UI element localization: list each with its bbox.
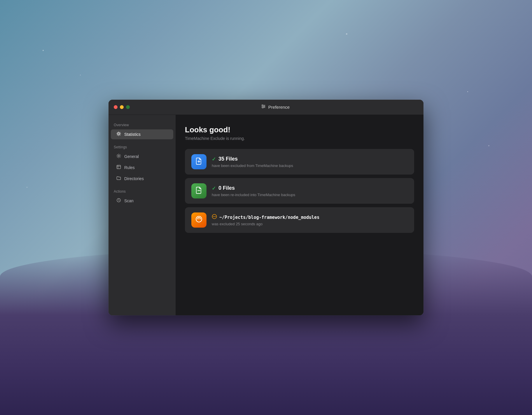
scan-icon bbox=[116, 198, 121, 204]
scan-label: Scan bbox=[124, 198, 134, 203]
titlebar: Preference bbox=[108, 100, 424, 115]
card-title-reincluded: 0 Files bbox=[218, 185, 235, 191]
svg-point-3 bbox=[262, 105, 263, 106]
card-reincluded-files: ✓ 0 Files have been re-included into Tim… bbox=[185, 178, 414, 204]
card-subtitle-recent: was excluded 25 seconds ago bbox=[212, 222, 408, 226]
titlebar-center: Preference bbox=[132, 104, 418, 110]
card-subtitle-excluded: have been excluded from TimeMachine back… bbox=[212, 163, 408, 168]
preference-icon bbox=[261, 104, 266, 110]
svg-line-11 bbox=[117, 132, 118, 133]
sidebar: Overview Statistics bbox=[108, 115, 176, 315]
file-minus-icon bbox=[195, 186, 203, 196]
sidebar-item-scan[interactable]: Scan bbox=[111, 196, 173, 206]
pending-icon-recent bbox=[212, 214, 217, 221]
minimize-button[interactable] bbox=[120, 105, 124, 109]
status-subtitle: TimeMachine Exclude is running. bbox=[185, 136, 414, 141]
main-panel: Looks good! TimeMachine Exclude is runni… bbox=[176, 115, 424, 315]
svg-line-14 bbox=[117, 135, 118, 135]
card-content-excluded: ✓ 35 Files have been excluded from TimeM… bbox=[212, 156, 408, 168]
svg-point-27 bbox=[215, 216, 216, 217]
card-excluded-files: ✓ 35 Files have been excluded from TimeM… bbox=[185, 149, 414, 175]
statistics-icon bbox=[116, 131, 121, 137]
card-icon-orange bbox=[191, 212, 206, 228]
card-title-row-excluded: ✓ 35 Files bbox=[212, 156, 408, 162]
svg-point-6 bbox=[118, 133, 120, 135]
status-header: Looks good! TimeMachine Exclude is runni… bbox=[185, 125, 414, 141]
card-title-row-reincluded: ✓ 0 Files bbox=[212, 185, 408, 191]
card-content-recent: ~/Projects/blog-framework/node_modules w… bbox=[212, 214, 408, 226]
card-title-row-recent: ~/Projects/blog-framework/node_modules bbox=[212, 214, 408, 221]
app-icon bbox=[195, 215, 203, 225]
app-window: Preference Overview bbox=[108, 100, 424, 315]
sidebar-item-rules[interactable]: Rules bbox=[111, 163, 173, 173]
svg-point-5 bbox=[262, 107, 263, 108]
card-recent-exclusion: ~/Projects/blog-framework/node_modules w… bbox=[185, 207, 414, 233]
card-content-reincluded: ✓ 0 Files have been re-included into Tim… bbox=[212, 185, 408, 197]
svg-point-4 bbox=[264, 106, 265, 107]
card-subtitle-reincluded: have been re-included into TimeMachine b… bbox=[212, 193, 408, 197]
svg-point-26 bbox=[214, 216, 215, 217]
sidebar-item-general[interactable]: General bbox=[111, 152, 173, 161]
directories-icon bbox=[116, 176, 121, 182]
card-icon-blue bbox=[191, 154, 206, 169]
card-icon-green bbox=[191, 183, 206, 198]
window-body: Overview Statistics bbox=[108, 115, 424, 315]
rules-label: Rules bbox=[124, 165, 135, 170]
svg-point-15 bbox=[118, 155, 120, 157]
check-icon-reincluded: ✓ bbox=[212, 185, 216, 191]
sidebar-section-actions: Actions bbox=[108, 187, 176, 195]
file-plus-icon bbox=[195, 157, 203, 166]
general-label: General bbox=[124, 154, 139, 159]
titlebar-title: Preference bbox=[268, 105, 290, 110]
rules-icon bbox=[116, 165, 121, 170]
card-title-recent: ~/Projects/blog-framework/node_modules bbox=[219, 215, 319, 220]
general-icon bbox=[116, 154, 121, 159]
sidebar-section-settings: Settings bbox=[108, 143, 176, 150]
close-button[interactable] bbox=[114, 105, 118, 109]
sidebar-section-overview: Overview bbox=[108, 121, 176, 128]
svg-line-12 bbox=[120, 135, 120, 135]
sidebar-item-statistics[interactable]: Statistics bbox=[111, 129, 173, 139]
directories-label: Directories bbox=[124, 176, 144, 181]
card-title-excluded: 35 Files bbox=[218, 156, 238, 162]
maximize-button[interactable] bbox=[126, 105, 130, 109]
svg-point-25 bbox=[213, 216, 214, 217]
sidebar-item-directories[interactable]: Directories bbox=[111, 174, 173, 184]
status-title: Looks good! bbox=[185, 125, 414, 134]
svg-line-13 bbox=[120, 132, 120, 133]
check-icon-excluded: ✓ bbox=[212, 156, 216, 162]
svg-rect-16 bbox=[117, 165, 121, 169]
statistics-label: Statistics bbox=[124, 132, 141, 137]
